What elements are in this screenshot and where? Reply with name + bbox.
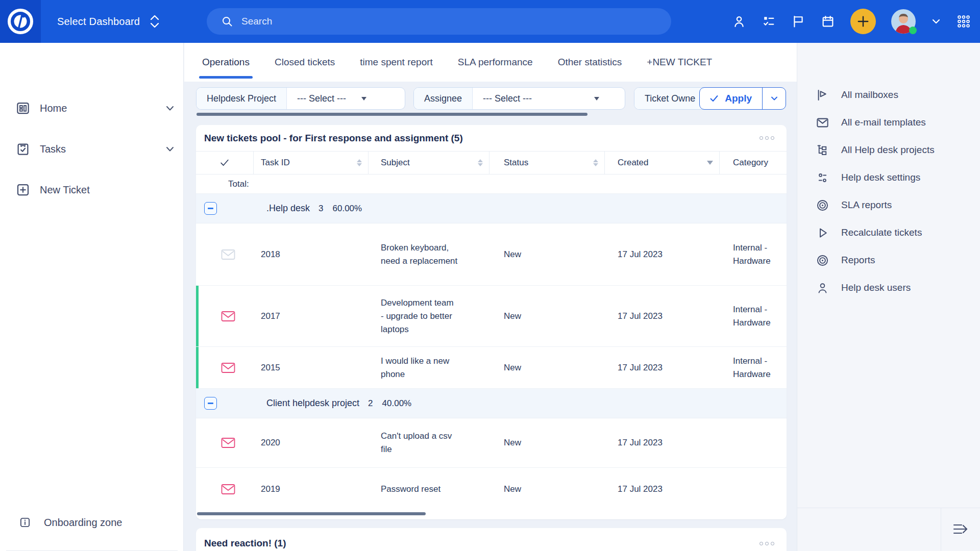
sidebar-item-label: Tasks — [40, 143, 66, 155]
assignee-select[interactable]: --- Select --- — [473, 88, 607, 109]
play-icon — [816, 226, 829, 240]
panel-menu-button[interactable] — [758, 133, 775, 143]
avatar[interactable] — [891, 9, 916, 34]
ticket-row[interactable]: 2017 Development team - upgrade to bette… — [196, 286, 787, 347]
flag-icon[interactable] — [791, 14, 805, 29]
sidebar-item-tasks[interactable]: Tasks — [0, 129, 183, 169]
sidebar-item-new-ticket[interactable]: New Ticket — [0, 169, 183, 210]
column-header-created[interactable]: Created — [605, 152, 720, 174]
sort-icon[interactable] — [357, 159, 362, 166]
filter-helpdesk-project: Helpdesk Project --- Select --- — [196, 87, 405, 110]
envelope-icon — [816, 116, 829, 130]
expand-sidebar-button[interactable] — [949, 518, 972, 540]
select-value: --- Select --- — [297, 93, 346, 104]
tab-sla-performance[interactable]: SLA performance — [458, 43, 533, 82]
chevron-down-icon[interactable] — [164, 103, 176, 114]
envelope-icon[interactable] — [221, 437, 235, 449]
user-icon — [816, 281, 829, 295]
table-header: Task ID Subject Status Created Category — [196, 151, 787, 174]
search-icon — [221, 15, 233, 28]
panel-menu-button[interactable] — [758, 539, 775, 548]
group-name: Client helpdesk project — [266, 398, 359, 409]
select-all-column[interactable] — [196, 152, 254, 174]
sidebar-item-reports[interactable]: Reports — [797, 246, 980, 274]
sidebar-item-all-email-templates[interactable]: All e-mail templates — [797, 109, 980, 136]
group-percent: 40.00% — [382, 398, 412, 409]
panel-horizontal-scrollbar[interactable] — [197, 512, 426, 515]
create-new-button[interactable] — [850, 9, 876, 34]
mailbox-flag-icon — [816, 88, 829, 102]
sidebar-item-label: New Ticket — [40, 184, 90, 196]
apply-label: Apply — [725, 93, 752, 104]
user-icon[interactable] — [732, 14, 746, 29]
app-logo[interactable] — [0, 0, 41, 43]
column-header-status[interactable]: Status — [489, 152, 605, 174]
chevron-down-icon[interactable] — [164, 143, 176, 155]
sidebar-item-home[interactable]: Home — [0, 88, 183, 129]
horizontal-scrollbar[interactable] — [197, 113, 587, 116]
filter-assignee: Assignee --- Select --- — [413, 87, 625, 110]
search-bar[interactable] — [207, 8, 671, 35]
sidebar-item-label: Help desk settings — [841, 172, 920, 183]
apply-button[interactable]: Apply — [700, 88, 762, 109]
sidebar-item-recalculate-tickets[interactable]: Recalculate tickets — [797, 219, 980, 246]
helpdesk-project-select[interactable]: --- Select --- — [287, 88, 375, 109]
sidebar-item-all-help-desk-projects[interactable]: All Help desk projects — [797, 136, 980, 164]
column-header-task-id[interactable]: Task ID — [254, 152, 369, 174]
group-row-help-desk[interactable]: .Help desk 3 60.00% — [196, 194, 787, 223]
tab-closed-tickets[interactable]: Closed tickets — [275, 43, 335, 82]
column-header-category[interactable]: Category — [720, 152, 787, 174]
check-icon — [709, 93, 719, 104]
sidebar-item-label: Help desk users — [841, 282, 911, 293]
sidebar-item-sla-reports[interactable]: SLA reports — [797, 191, 980, 219]
calendar-icon[interactable] — [821, 14, 835, 29]
sidebar-item-all-mailboxes[interactable]: All mailboxes — [797, 81, 980, 109]
tab-time-spent-report[interactable]: time spent report — [360, 43, 433, 82]
tab-new-ticket[interactable]: +NEW TICKET — [647, 43, 712, 82]
group-row-client-helpdesk[interactable]: Client helpdesk project 2 40.00% — [196, 389, 787, 418]
search-input[interactable] — [241, 16, 599, 27]
logo-icon — [7, 8, 34, 35]
caret-down-icon — [594, 97, 599, 101]
apply-split-button: Apply — [699, 87, 786, 110]
plus-icon — [856, 15, 870, 28]
envelope-icon[interactable] — [221, 248, 235, 261]
sidebar-item-onboarding-zone[interactable]: Onboarding zone — [0, 506, 183, 539]
ticket-row[interactable]: 2020 Can't upload a csv file New 17 Jul … — [196, 418, 787, 468]
tab-operations[interactable]: Operations — [202, 43, 250, 82]
envelope-icon[interactable] — [221, 362, 235, 374]
column-header-subject[interactable]: Subject — [369, 152, 489, 174]
group-name: .Help desk — [266, 203, 310, 214]
sidebar-item-label: All Help desk projects — [841, 144, 935, 156]
envelope-icon[interactable] — [221, 310, 235, 322]
apps-grid-icon[interactable] — [957, 14, 971, 29]
sort-desc-icon[interactable] — [707, 161, 713, 165]
panel-title: New tickets pool - for First response an… — [204, 133, 463, 144]
chevron-down-icon — [770, 94, 779, 103]
target-icon — [816, 254, 829, 267]
sort-icon[interactable] — [593, 159, 598, 166]
sidebar-item-help-desk-users[interactable]: Help desk users — [797, 274, 980, 302]
online-status-dot — [909, 27, 917, 34]
sidebar-item-label: Reports — [841, 255, 875, 266]
avatar-chevron-down-icon[interactable] — [931, 14, 941, 29]
sort-icon[interactable] — [478, 159, 483, 166]
tab-bar: Operations Closed tickets time spent rep… — [184, 43, 797, 82]
sidebar-item-help-desk-settings[interactable]: Help desk settings — [797, 164, 980, 191]
collapse-group-button[interactable] — [204, 397, 217, 410]
tab-other-statistics[interactable]: Other statistics — [558, 43, 622, 82]
filter-label: Assignee — [414, 88, 473, 109]
sidebar-item-label: All e-mail templates — [841, 117, 926, 128]
info-icon — [18, 516, 32, 529]
apply-dropdown-button[interactable] — [762, 88, 786, 109]
ticket-row[interactable]: 2018 Broken keyboard, need a replacement… — [196, 223, 787, 286]
filter-label: Ticket Owne — [634, 88, 705, 109]
collapse-group-button[interactable] — [204, 202, 217, 215]
ticket-row[interactable]: 2015 I would like a new phone New 17 Jul… — [196, 347, 787, 389]
total-row: Total: — [196, 174, 787, 194]
envelope-icon[interactable] — [221, 483, 235, 495]
dashboard-selector[interactable]: Select Dashboard — [57, 14, 160, 29]
checklist-icon[interactable] — [762, 14, 776, 29]
sidebar-item-label: SLA reports — [841, 199, 892, 211]
ticket-row[interactable]: 2019 Password reset New 17 Jul 2023 — [196, 468, 787, 510]
